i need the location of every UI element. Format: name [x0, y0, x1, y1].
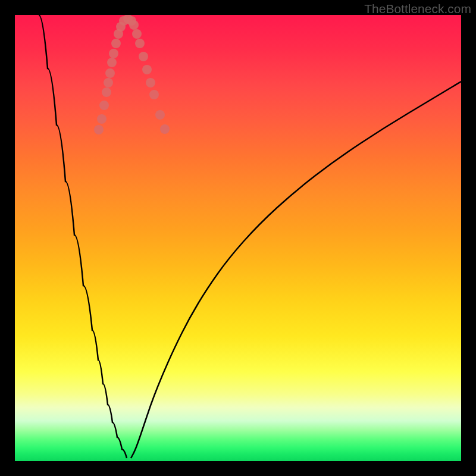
data-point — [109, 49, 118, 58]
data-point — [111, 39, 121, 48]
data-point — [94, 125, 104, 134]
data-point — [104, 78, 113, 87]
data-point — [102, 87, 111, 97]
chart-plot-area — [15, 15, 461, 461]
watermark-text: TheBottleneck.com — [364, 2, 471, 16]
data-point — [146, 78, 155, 87]
data-point — [99, 101, 109, 110]
data-point — [107, 58, 117, 67]
data-point — [132, 29, 142, 39]
data-point — [149, 90, 159, 99]
data-point — [135, 39, 145, 48]
scatter-points-group — [94, 15, 170, 134]
data-point — [155, 110, 165, 120]
data-point — [160, 124, 170, 134]
curves-group — [39, 15, 461, 458]
data-point — [105, 68, 115, 78]
data-point — [142, 65, 152, 74]
right-bottleneck-curve — [131, 82, 461, 458]
left-bottleneck-curve — [39, 15, 127, 458]
data-point — [129, 20, 139, 30]
chart-svg — [15, 15, 461, 461]
chart-frame: TheBottleneck.com — [0, 0, 476, 476]
data-point — [139, 52, 148, 61]
data-point — [97, 114, 107, 124]
